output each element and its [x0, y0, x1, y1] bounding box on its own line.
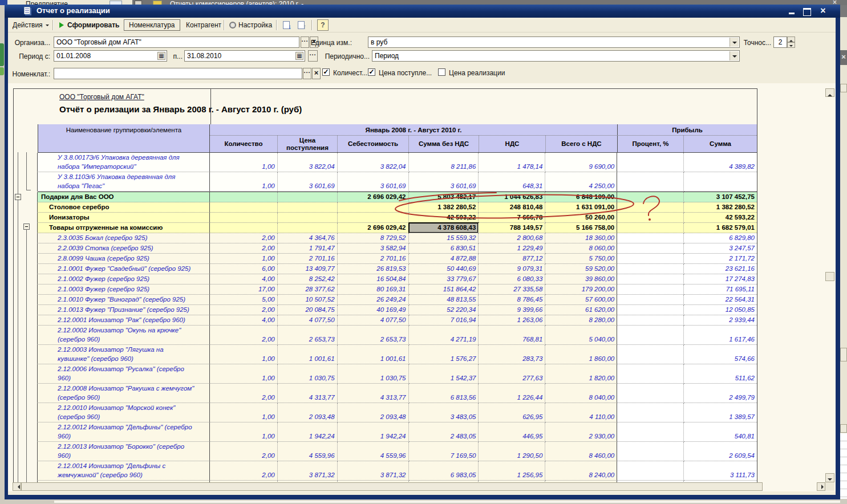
expand-collapse-icon[interactable]	[15, 194, 21, 200]
cell-profit[interactable]: 2 499,79	[684, 384, 757, 403]
cell-gross[interactable]: 5 040,00	[545, 326, 617, 345]
cell-net[interactable]: 52 220,34	[409, 305, 479, 315]
cell-vat[interactable]: 1 044 626,83	[479, 192, 545, 202]
cell-gross[interactable]: 8 040,00	[545, 384, 617, 403]
cell-price[interactable]: 2 653,73	[278, 326, 338, 345]
cell-cost[interactable]: 1 001,61	[338, 345, 409, 364]
cell-name[interactable]: 2.12.0010 Ионизатор "Морской конек" (сер…	[37, 403, 210, 422]
background-scroll-thumb[interactable]	[840, 348, 847, 361]
cell-name[interactable]: 2.1.0010 Фужер "Виноград" (серебро 925)	[37, 295, 210, 305]
column-header-2[interactable]: Себестоимость	[338, 136, 409, 152]
background-scroll-down-button[interactable]	[840, 424, 847, 433]
column-header-4[interactable]: НДС	[479, 136, 546, 152]
cell-vat[interactable]: 1 229,49	[479, 243, 545, 254]
cell-name[interactable]: Ионизаторы	[37, 213, 210, 223]
cell-cost[interactable]: 3 601,69	[338, 172, 409, 192]
cell-pct[interactable]	[617, 243, 684, 254]
scroll-right-button[interactable]	[817, 482, 825, 491]
cell-gross[interactable]: 57 600,00	[545, 295, 617, 305]
cell-price[interactable]: 3 601,69	[278, 172, 338, 192]
horizontal-scroll-thumb[interactable]	[21, 482, 763, 491]
checkbox-sale-price[interactable]	[438, 68, 445, 76]
nomenclature-button[interactable]: Номенклатура	[124, 19, 180, 31]
cell-price[interactable]: 2 093,48	[278, 403, 338, 422]
cell-net[interactable]: 1 576,27	[409, 345, 479, 364]
load-settings-button[interactable]: ↓	[283, 19, 290, 31]
cell-vat[interactable]: 1 478,14	[479, 153, 545, 172]
cell-net[interactable]: 15 559,32	[409, 233, 479, 243]
column-header-1[interactable]: Цена поступления	[278, 136, 338, 152]
cell-pct[interactable]	[617, 295, 684, 305]
cell-pct[interactable]	[617, 213, 684, 223]
cell-vat[interactable]: 2 800,68	[479, 233, 545, 243]
cell-gross[interactable]: 9 690,00	[545, 153, 617, 172]
cell-gross[interactable]: 1 631 091,00	[545, 202, 617, 213]
cell-vat[interactable]: 27 335,58	[479, 284, 545, 295]
cell-vat[interactable]: 9 399,66	[479, 305, 545, 315]
cell-name[interactable]: 2.12.0008 Ионизатор "Ракушка с жемчугом"…	[37, 384, 210, 403]
spin-down-icon[interactable]	[787, 42, 795, 48]
cell-name[interactable]: У 3.8.110Э/6 Упаковка деревянная для наб…	[37, 172, 210, 192]
expand-collapse-icon[interactable]	[23, 223, 30, 230]
cell-name[interactable]: 2.12.0012 Ионизатор "Дельфины" (серебро …	[37, 422, 210, 442]
cell-gross[interactable]: 1 820,00	[545, 364, 617, 384]
period-from-input[interactable]: 01.01.2008▦	[54, 50, 167, 62]
cell-pct[interactable]	[617, 274, 684, 284]
cell-gross[interactable]: 4 250,00	[545, 172, 617, 192]
cell-profit[interactable]: 3 107 452,75	[684, 192, 757, 202]
combo-arrow-icon[interactable]	[730, 51, 739, 60]
cell-name[interactable]: 2.12.0002 Ионизатор "Окунь на крючке" (с…	[37, 326, 210, 345]
cell-pct[interactable]	[617, 254, 684, 264]
vertical-scroll-thumb[interactable]	[825, 272, 834, 281]
nomenclature-clear-button[interactable]: ×	[312, 68, 321, 79]
cell-gross[interactable]: 50 260,00	[545, 213, 617, 223]
cell-name[interactable]: 2.1.0013 Фужер "Признание" (серебро 925)	[37, 305, 210, 315]
cell-qty[interactable]: 17,00	[210, 284, 278, 295]
checkbox-quantity[interactable]: ✓	[322, 68, 330, 76]
background-scroll-up-button[interactable]	[840, 84, 847, 92]
cell-gross[interactable]: 8 060,00	[545, 243, 617, 254]
cell-vat[interactable]: 877,12	[479, 254, 545, 264]
cell-net[interactable]: 33 779,67	[409, 274, 479, 284]
cell-qty[interactable]: 1,00	[210, 364, 278, 384]
cell-pct[interactable]	[617, 315, 684, 326]
cell-qty[interactable]: 2,00	[210, 305, 278, 315]
cell-qty[interactable]: 5,00	[210, 295, 278, 305]
cell-vat[interactable]: 446,95	[479, 422, 545, 442]
cell-profit[interactable]: 1 382 280,52	[684, 202, 757, 213]
cell-gross[interactable]: 179 200,00	[545, 284, 617, 295]
cell-cost[interactable]: 40 169,49	[338, 305, 409, 315]
cell-name[interactable]: 2.12.0006 Ионизатор "Русалка" (серебро 9…	[37, 364, 210, 384]
cell-price[interactable]	[278, 202, 338, 213]
cell-pct[interactable]	[617, 442, 684, 461]
calendar-icon[interactable]: ▦	[295, 52, 303, 60]
cell-price[interactable]: 13 409,77	[278, 264, 338, 274]
cell-qty[interactable]	[210, 202, 278, 213]
cell-name[interactable]: 2.3.0035 Бокал (серебро 925)	[37, 233, 210, 243]
cell-cost[interactable]: 3 582,94	[338, 243, 409, 254]
cell-net[interactable]: 2 483,05	[409, 422, 479, 442]
settings-button[interactable]: Настройка	[229, 19, 272, 31]
cell-price[interactable]: 4 077,50	[278, 315, 338, 326]
cell-pct[interactable]	[617, 364, 684, 384]
maximize-button[interactable]	[801, 6, 813, 16]
cell-gross[interactable]: 5 166 758,00	[545, 223, 617, 233]
column-header-period[interactable]: Январь 2008 г. - Август 2010 г.	[210, 124, 618, 136]
column-header-6[interactable]: Процент, %	[617, 136, 684, 152]
cell-qty[interactable]: 4,00	[210, 274, 278, 284]
cell-price[interactable]	[278, 192, 338, 202]
cell-gross[interactable]: 61 620,00	[545, 305, 617, 315]
counterparty-button[interactable]: Контрагент	[186, 19, 221, 31]
cell-qty[interactable]: 1,00	[210, 422, 278, 442]
cell-cost[interactable]: 4 077,50	[338, 315, 409, 326]
scroll-down-button[interactable]	[825, 473, 834, 482]
cell-gross[interactable]: 6 848 109,00	[545, 192, 617, 202]
nomenclature-select-button[interactable]: ...	[303, 68, 311, 79]
cell-profit[interactable]: 42 593,22	[684, 213, 757, 223]
cell-pct[interactable]	[617, 326, 684, 345]
cell-cost[interactable]	[338, 213, 409, 223]
cell-cost[interactable]: 4 559,96	[338, 442, 409, 461]
column-header-name[interactable]: Наименование группировки/элемента	[38, 124, 210, 152]
cell-gross[interactable]: 8 280,00	[545, 315, 617, 326]
cell-gross[interactable]: 8 460,00	[545, 442, 617, 461]
